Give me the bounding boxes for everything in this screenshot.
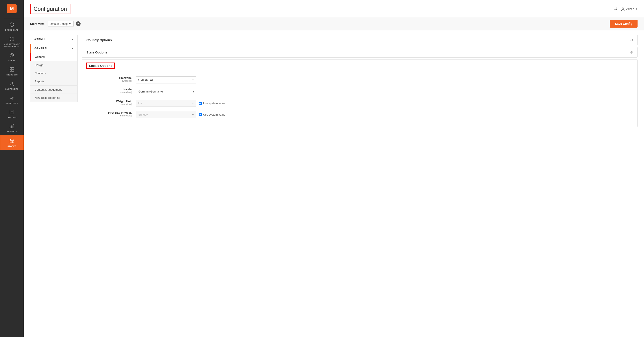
svg-line-21 bbox=[616, 9, 617, 10]
first-day-label: First Day of Week bbox=[88, 111, 132, 114]
stores-icon bbox=[10, 138, 14, 144]
store-view-select[interactable]: Default Config ▼ bbox=[48, 21, 74, 27]
locale-select[interactable]: German (Germany) bbox=[136, 88, 197, 95]
right-panel: Country Options ⊙ State Options ⊙ Locale… bbox=[82, 35, 638, 333]
section-country-options: Country Options ⊙ bbox=[82, 35, 638, 45]
svg-rect-18 bbox=[10, 140, 14, 143]
left-panel: WEBKUL ▼ GENERAL ▲ General bbox=[30, 35, 78, 102]
app-container: M DASHBOARD MARKETPLACE MANAGEMENT $ SAL… bbox=[0, 0, 644, 337]
state-options-header[interactable]: State Options ⊙ bbox=[82, 47, 637, 57]
left-panel-item-new-relic[interactable]: New Relic Reporting bbox=[30, 94, 77, 102]
sidebar-item-dashboard[interactable]: DASHBOARD bbox=[0, 19, 24, 34]
sidebar-label-marketplace: MARKETPLACE MANAGEMENT bbox=[1, 43, 23, 48]
weight-unit-system-value-label[interactable]: Use system value bbox=[199, 102, 225, 105]
left-panel-item-design[interactable]: Design bbox=[30, 61, 77, 69]
store-view-group: Store View: Default Config ▼ ? bbox=[30, 21, 80, 27]
left-panel-item-content-management[interactable]: Content Management bbox=[30, 86, 77, 94]
weight-unit-system-value-text: Use system value bbox=[203, 102, 225, 105]
locale-sublabel: [store view] bbox=[88, 91, 132, 94]
admin-label: Admin bbox=[626, 7, 634, 11]
save-config-button[interactable]: Save Config bbox=[610, 20, 638, 28]
svg-rect-7 bbox=[12, 68, 14, 69]
general-header[interactable]: GENERAL ▲ bbox=[30, 44, 77, 53]
general-label: GENERAL bbox=[34, 47, 48, 50]
weight-unit-select[interactable]: lbs bbox=[136, 100, 196, 107]
timezone-control-group: GMT (UTC) bbox=[136, 76, 631, 84]
sidebar-label-dashboard: DASHBOARD bbox=[5, 29, 19, 31]
reports-icon bbox=[10, 124, 14, 129]
sidebar-item-marketing[interactable]: MARKETING bbox=[0, 93, 24, 107]
state-options-toggle-icon: ⊙ bbox=[630, 50, 633, 54]
weight-unit-select-wrapper: lbs bbox=[136, 100, 196, 107]
first-day-label-group: First Day of Week [store view] bbox=[88, 111, 132, 117]
locale-row: Locale [store view] German (Germany) bbox=[88, 88, 631, 95]
country-options-toggle-icon: ⊙ bbox=[630, 38, 633, 42]
first-day-row: First Day of Week [store view] Sunday bbox=[88, 111, 631, 118]
general-chevron-icon: ▲ bbox=[71, 47, 74, 50]
first-day-control-group: Sunday Use system value bbox=[136, 111, 631, 118]
weight-unit-sublabel: [store view] bbox=[88, 103, 132, 105]
first-day-system-value-text: Use system value bbox=[203, 113, 225, 116]
help-icon[interactable]: ? bbox=[76, 21, 80, 26]
sidebar-item-content[interactable]: CONTENT bbox=[0, 107, 24, 121]
general-items: General Design Contacts Reports Content bbox=[30, 53, 77, 102]
sidebar-item-reports[interactable]: REPORTS bbox=[0, 121, 24, 135]
timezone-select[interactable]: GMT (UTC) bbox=[136, 76, 196, 84]
sidebar-item-products[interactable]: PRODUCTS bbox=[0, 64, 24, 78]
svg-point-22 bbox=[622, 8, 624, 9]
sidebar: M DASHBOARD MARKETPLACE MANAGEMENT $ SAL… bbox=[0, 0, 24, 337]
dashboard-icon bbox=[10, 22, 14, 28]
locale-options-body: Timezone [website] GMT (UTC) bbox=[82, 72, 637, 127]
webkul-chevron-icon: ▼ bbox=[71, 38, 74, 41]
locale-control-group: German (Germany) bbox=[136, 88, 631, 95]
marketing-icon bbox=[10, 96, 14, 101]
sidebar-logo[interactable]: M bbox=[0, 0, 24, 17]
user-icon bbox=[621, 7, 625, 11]
left-panel-item-general[interactable]: General bbox=[30, 53, 77, 61]
first-day-select[interactable]: Sunday bbox=[136, 111, 196, 118]
left-panel-section-webkul: WEBKUL ▼ bbox=[30, 35, 77, 44]
section-locale-options: Locale Options Timezone [website] bbox=[82, 59, 638, 127]
header-actions: Admin ▼ bbox=[613, 6, 638, 12]
locale-options-title: Locale Options bbox=[86, 63, 115, 69]
page-title: Configuration bbox=[30, 4, 70, 14]
first-day-system-value-label[interactable]: Use system value bbox=[199, 113, 225, 116]
first-day-select-wrapper: Sunday bbox=[136, 111, 196, 118]
first-day-system-value-checkbox[interactable] bbox=[199, 113, 202, 116]
magento-logo-icon: M bbox=[7, 4, 16, 13]
admin-user-menu[interactable]: Admin ▼ bbox=[621, 7, 638, 11]
search-button[interactable] bbox=[613, 6, 618, 12]
left-panel-item-contacts[interactable]: Contacts bbox=[30, 69, 77, 77]
locale-select-wrapper: German (Germany) bbox=[136, 88, 197, 95]
svg-text:$: $ bbox=[11, 54, 12, 57]
sidebar-label-sales: SALES bbox=[8, 60, 16, 62]
svg-rect-16 bbox=[12, 126, 12, 128]
locale-options-header[interactable]: Locale Options bbox=[82, 60, 637, 72]
timezone-label: Timezone bbox=[88, 76, 132, 80]
webkul-label: WEBKUL bbox=[34, 38, 46, 41]
sidebar-divider bbox=[4, 18, 20, 18]
svg-rect-15 bbox=[10, 127, 11, 128]
svg-rect-9 bbox=[12, 70, 14, 71]
store-view-chevron-icon: ▼ bbox=[68, 22, 71, 26]
sidebar-label-products: PRODUCTS bbox=[6, 74, 18, 76]
left-panel-item-reports[interactable]: Reports bbox=[30, 77, 77, 86]
svg-point-10 bbox=[11, 82, 13, 84]
timezone-label-group: Timezone [website] bbox=[88, 76, 132, 82]
sidebar-item-sales[interactable]: $ SALES bbox=[0, 50, 24, 64]
timezone-sublabel: [website] bbox=[88, 80, 132, 82]
content-icon bbox=[10, 110, 14, 115]
sidebar-item-stores[interactable]: STORES bbox=[0, 135, 24, 150]
top-header: Configuration Admin ▼ bbox=[24, 0, 644, 17]
weight-unit-control-group: lbs Use system value bbox=[136, 100, 631, 107]
weight-unit-system-value-checkbox[interactable] bbox=[199, 102, 202, 105]
webkul-header[interactable]: WEBKUL ▼ bbox=[30, 35, 77, 44]
sales-icon: $ bbox=[10, 53, 14, 59]
marketplace-icon bbox=[10, 37, 14, 42]
country-options-header[interactable]: Country Options ⊙ bbox=[82, 35, 637, 45]
sidebar-item-marketplace[interactable]: MARKETPLACE MANAGEMENT bbox=[0, 34, 24, 50]
state-options-title: State Options bbox=[86, 51, 108, 54]
customers-icon bbox=[10, 81, 14, 87]
weight-unit-label: Weight Unit bbox=[88, 100, 132, 103]
sidebar-item-customers[interactable]: CUSTOMERS bbox=[0, 78, 24, 93]
